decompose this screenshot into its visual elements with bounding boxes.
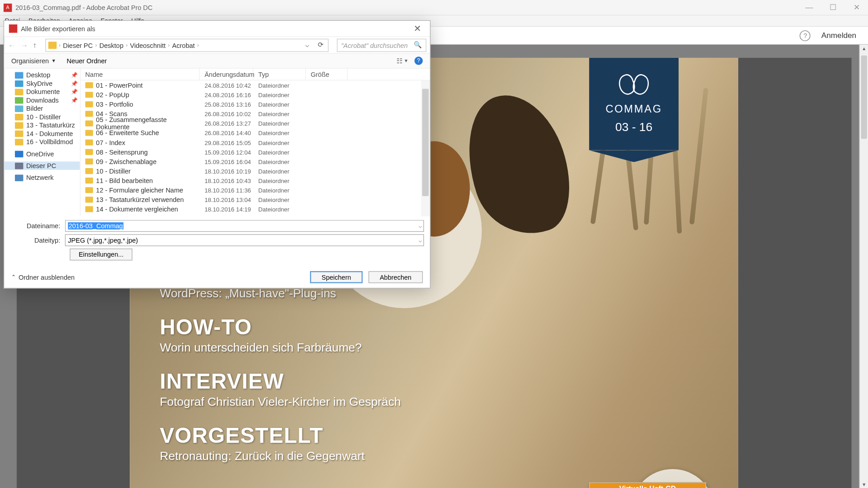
folder-tree[interactable]: Desktop📌SkyDrive📌Dokumente📌Downloads📌Bil…	[4, 69, 80, 216]
file-date: 26.08.2016 14:40	[200, 130, 254, 136]
file-row[interactable]: 01 - PowerPoint24.08.2016 10:42Dateiordn…	[80, 80, 430, 90]
file-date: 18.10.2016 13:04	[200, 197, 254, 203]
file-row[interactable]: 14 - Dokumente vergleichen18.10.2016 14:…	[80, 204, 430, 214]
tree-item[interactable]: 16 - Vollbildmod	[4, 138, 80, 146]
tree-label: Dieser PC	[26, 162, 56, 169]
maximize-button[interactable]: ☐	[825, 3, 840, 12]
cancel-button[interactable]: Abbrechen	[368, 271, 423, 283]
section-subtitle: WordPress: „Must-have"-Plug-ins	[160, 286, 401, 300]
file-type: Dateiordner	[254, 168, 306, 174]
scroll-up-icon[interactable]: ▲	[862, 46, 866, 52]
folder-icon	[15, 130, 23, 137]
hide-folders-toggle[interactable]: ⌃ Ordner ausblenden	[11, 273, 75, 281]
file-row[interactable]: 05 - Zusammengefasste Dokumente26.08.201…	[80, 118, 430, 128]
col-type[interactable]: Typ	[254, 69, 306, 80]
file-name: 08 - Seitensprung	[96, 148, 148, 155]
file-row[interactable]: 03 - Portfolio25.08.2016 13:16Dateiordne…	[80, 99, 430, 109]
tree-item[interactable]: 14 - Dokumente	[4, 129, 80, 137]
folder-icon	[15, 174, 23, 181]
new-folder-button[interactable]: Neuer Ordner	[67, 57, 107, 65]
window-title: 2016-03_Commag.pdf - Adobe Acrobat Pro D…	[15, 4, 152, 11]
file-type: Dateiordner	[254, 177, 306, 184]
close-button[interactable]: ✕	[849, 3, 864, 12]
file-row[interactable]: 06 - Erweiterte Suche26.08.2016 14:40Dat…	[80, 128, 430, 138]
filetype-select[interactable]: JPEG (*.jpg,*.jpeg,*.jpe) ⌵	[65, 234, 424, 246]
folder-icon	[85, 130, 93, 136]
dialog-help-icon[interactable]: ?	[415, 56, 423, 65]
breadcrumb[interactable]: › Dieser PC› Desktop› Videoschnitt› Acro…	[45, 38, 329, 52]
nav-back-icon[interactable]: ←	[8, 41, 15, 50]
folder-icon	[85, 187, 93, 193]
file-type: Dateiordner	[254, 206, 306, 213]
filename-input[interactable]: 2016-03_Commag ⌵	[65, 220, 424, 232]
dropdown-icon[interactable]: ⌵	[302, 41, 313, 49]
file-date: 26.08.2016 10:02	[200, 111, 254, 117]
file-date: 24.08.2016 16:16	[200, 91, 254, 98]
tree-item[interactable]: Dokumente📌	[4, 88, 80, 96]
scroll-down-icon[interactable]: ▼	[862, 482, 866, 488]
tree-label: Desktop	[26, 71, 50, 79]
file-row[interactable]: 13 - Tastaturkürzel verwenden18.10.2016 …	[80, 195, 430, 204]
tree-item[interactable]: 13 - Tastaturkürz	[4, 121, 80, 129]
cover-headlines: TOPTHEMAWordPress: „Must-have"-Plug-insH…	[160, 272, 401, 478]
dropdown-icon[interactable]: ⌵	[419, 237, 422, 243]
search-input[interactable]: "Acrobat" durchsuchen 🔍	[337, 38, 426, 52]
nav-forward-icon[interactable]: →	[20, 41, 28, 50]
file-row[interactable]: 07 - Index29.08.2016 15:05Dateiordner	[80, 138, 430, 147]
organize-button[interactable]: Organisieren ▼	[11, 57, 56, 65]
file-row[interactable]: 08 - Seitensprung15.09.2016 12:04Dateior…	[80, 147, 430, 157]
help-icon[interactable]: ?	[800, 30, 811, 41]
tree-item[interactable]: 10 - Distiller	[4, 113, 80, 121]
file-date: 18.10.2016 14:19	[200, 206, 254, 213]
section-heading: HOW-TO	[160, 314, 401, 339]
crumb-video[interactable]: Videoschnitt	[130, 42, 166, 49]
crumb-desktop[interactable]: Desktop	[99, 42, 123, 49]
file-row[interactable]: 02 - PopUp24.08.2016 16:16Dateiordner	[80, 90, 430, 99]
save-dialog: Alle Bilder exportieren als ✕ ← → ↑ › Di…	[4, 20, 430, 289]
folder-icon	[85, 120, 93, 126]
folder-icon	[15, 113, 23, 120]
tree-item[interactable]: Dieser PC	[4, 161, 80, 169]
crumb-acrobat[interactable]: Acrobat	[172, 42, 195, 49]
vertical-scrollbar[interactable]: ▲ ▼	[859, 45, 868, 488]
login-link[interactable]: Anmelden	[821, 31, 856, 40]
folder-icon	[15, 105, 23, 112]
file-row[interactable]: 10 - Distiller18.10.2016 10:19Dateiordne…	[80, 166, 430, 176]
file-row[interactable]: 09 - Zwischenablage15.09.2016 16:04Datei…	[80, 157, 430, 166]
nav-up-icon[interactable]: ↑	[33, 41, 37, 50]
folder-icon	[48, 42, 56, 49]
file-date: 29.08.2016 15:05	[200, 139, 254, 146]
tree-item[interactable]: Bilder	[4, 104, 80, 113]
search-icon[interactable]: 🔍	[414, 41, 422, 49]
col-name[interactable]: Name	[80, 69, 200, 80]
tree-label: 16 - Vollbildmod	[26, 138, 73, 145]
file-list: Name Änderungsdatum Typ Größe 01 - Power…	[80, 69, 430, 216]
col-size[interactable]: Größe	[306, 69, 348, 80]
view-mode-button[interactable]: ☷ ▼	[396, 57, 408, 65]
minimize-button[interactable]: —	[802, 3, 817, 12]
dropdown-icon[interactable]: ⌵	[419, 223, 422, 229]
file-row[interactable]: 11 - Bild bearbeiten18.10.2016 10:43Date…	[80, 176, 430, 185]
crumb-pc[interactable]: Dieser PC	[63, 42, 93, 49]
folder-icon	[85, 82, 93, 88]
dialog-close-button[interactable]: ✕	[410, 23, 425, 34]
file-name: 05 - Zusammengefasste Dokumente	[96, 116, 200, 131]
list-scrollbar[interactable]	[421, 80, 430, 216]
tree-item[interactable]: OneDrive	[4, 150, 80, 158]
file-date: 26.08.2016 13:27	[200, 120, 254, 127]
tree-item[interactable]: Desktop📌	[4, 71, 80, 79]
save-button[interactable]: Speichern	[310, 271, 362, 283]
tree-item[interactable]: Downloads📌	[4, 96, 80, 104]
settings-button[interactable]: Einstellungen...	[70, 249, 132, 260]
refresh-icon[interactable]: ⟳	[316, 41, 326, 49]
folder-icon	[85, 149, 93, 155]
folder-icon	[15, 72, 23, 79]
tree-item[interactable]: SkyDrive📌	[4, 79, 80, 87]
tree-label: 13 - Tastaturkürz	[26, 122, 75, 129]
file-type: Dateiordner	[254, 158, 306, 165]
section-heading: INTERVIEW	[160, 369, 401, 394]
col-date[interactable]: Änderungsdatum	[200, 69, 254, 80]
tree-item[interactable]: Netzwerk	[4, 174, 80, 182]
magazine-issue: 03 - 16	[615, 120, 652, 134]
file-row[interactable]: 12 - Formulare gleicher Name18.10.2016 1…	[80, 185, 430, 195]
